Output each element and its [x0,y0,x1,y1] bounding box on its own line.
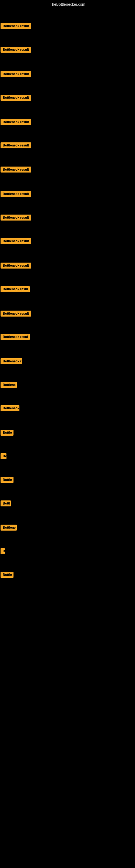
bottleneck-badge-text: Bottleneck result [1,23,31,29]
bottleneck-badge-text: Bottlene [1,382,17,388]
bottleneck-badge-text: Bottleneck result [1,95,31,101]
bottleneck-result-11[interactable]: Bottleneck result [1,262,31,270]
bottleneck-badge-text: Bottleneck result [1,311,31,316]
bottleneck-result-16[interactable]: Bottlene [1,382,17,389]
bottleneck-badge-text: Bottleneck result [1,71,31,77]
bottleneck-badge-text: Bottleneck result [1,191,31,197]
bottleneck-badge-text: Bottleneck resul [1,286,30,292]
bottleneck-badge-text: Bottleneck result [1,262,31,269]
bottleneck-badge-text: Bottle [1,477,13,483]
bottleneck-badge-text: B [1,548,5,554]
bottleneck-result-2[interactable]: Bottleneck result [1,46,31,54]
bottleneck-result-6[interactable]: Bottleneck result [1,143,31,150]
bottleneck-result-17[interactable]: Bottleneck [1,405,19,412]
bottleneck-badge-text: Bottleneck result [1,166,31,173]
bottleneck-result-4[interactable]: Bottleneck result [1,95,31,102]
bottleneck-badge-text: Bottleneck result [1,215,31,220]
bottleneck-result-9[interactable]: Bottleneck result [1,215,31,222]
bottleneck-result-3[interactable]: Bottleneck result [1,71,31,78]
bottleneck-result-22[interactable]: Bottlene [1,525,17,532]
bottleneck-result-24[interactable]: Bottle [1,572,13,579]
bottleneck-result-8[interactable]: Bottleneck result [1,191,31,198]
bottleneck-badge-text: Bottl [1,500,11,506]
bottleneck-result-14[interactable]: Bottleneck resul [1,334,30,341]
bottleneck-badge-text: Bottleneck result [1,119,31,125]
bottleneck-badge-text: Bo [1,453,6,459]
bottleneck-badge-text: Bottleneck r [1,358,22,364]
bottleneck-badge-text: Bottle [1,572,13,578]
bottleneck-badge-text: Bottlene [1,525,17,531]
bottleneck-result-21[interactable]: Bottl [1,500,11,507]
bottleneck-result-12[interactable]: Bottleneck resul [1,286,30,293]
bottleneck-badge-text: Bottleneck result [1,46,31,53]
bottleneck-badge-text: Bottleneck result [1,238,31,244]
bottleneck-result-10[interactable]: Bottleneck result [1,238,31,245]
bottleneck-badge-text: Bottleneck resul [1,334,30,340]
bottleneck-result-19[interactable]: Bo [1,453,6,460]
site-title: TheBottlenecker.com [0,0,135,8]
bottleneck-result-15[interactable]: Bottleneck r [1,358,22,365]
bottleneck-badge-text: Bottleneck [1,405,19,411]
bottleneck-result-23[interactable]: B [1,548,5,555]
site-title-text: TheBottlenecker.com [50,2,85,6]
bottleneck-result-5[interactable]: Bottleneck result [1,119,31,126]
bottleneck-badge-text: Bottleneck result [1,143,31,148]
bottleneck-result-18[interactable]: Bottle [1,430,13,437]
bottleneck-result-7[interactable]: Bottleneck result [1,166,31,174]
bottleneck-badge-text: Bottle [1,430,13,436]
bottleneck-result-13[interactable]: Bottleneck result [1,311,31,318]
bottleneck-result-20[interactable]: Bottle [1,477,13,484]
bottleneck-result-1[interactable]: Bottleneck result [1,23,31,30]
